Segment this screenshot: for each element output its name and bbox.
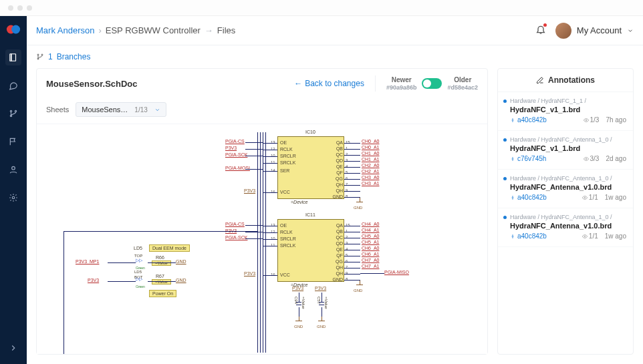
newer-label: Newer	[392, 76, 412, 84]
schematic-canvas[interactable]: IC10OE13RCLK12SRCLR10SRCLK11SER14VCC16QA…	[37, 124, 487, 354]
svg-point-11	[41, 54, 43, 55]
annotation-time: 2d ago	[606, 155, 626, 162]
back-to-changes-link[interactable]: ← Back to changes	[294, 79, 364, 88]
document-panel: MouseSensor.SchDoc ← Back to changes New…	[36, 68, 488, 355]
sheet-name: MouseSens…	[82, 106, 128, 114]
left-sidebar	[0, 16, 27, 364]
commit-icon	[510, 118, 515, 123]
svg-point-14	[512, 158, 513, 160]
git-branch-icon	[36, 53, 44, 61]
annotation-item[interactable]: Hardware / HydraNFC_Antenna_1_0 / HydraN…	[498, 170, 633, 208]
sheet-selector[interactable]: MouseSens… 1/13	[76, 102, 166, 117]
notifications-icon[interactable]	[535, 24, 546, 37]
window-chrome	[0, 0, 643, 16]
version-toggle[interactable]	[422, 78, 442, 89]
annotation-time: 1w ago	[605, 194, 626, 201]
traffic-light-icon	[8, 5, 13, 11]
chevron-down-icon	[154, 107, 160, 113]
annotation-count: 3/3	[584, 155, 600, 162]
document-title: MouseSensor.SchDoc	[46, 79, 138, 89]
annotation-hash[interactable]: a40c842b	[510, 194, 575, 201]
annotations-title: Annotations	[548, 75, 595, 85]
annotation-file: HydraNFC_v1_1.brd	[510, 106, 626, 114]
sheets-label: Sheets	[46, 106, 69, 114]
annotation-file: HydraNFC_Antenna_v1.0.brd	[510, 222, 626, 230]
annotation-count: 1/1	[582, 194, 598, 201]
sheet-count: 1/13	[134, 106, 147, 114]
svg-point-17	[584, 197, 585, 198]
account-menu[interactable]: My Account	[555, 23, 634, 39]
top-bar: Mark Anderson › ESP RGBWW Controller → F…	[27, 16, 643, 45]
annotation-count: 1/3	[584, 116, 600, 124]
annotation-hash[interactable]: a40c842b	[510, 116, 577, 124]
svg-point-4	[10, 110, 11, 112]
annotation-path: Hardware / HydraNFC_Antenna_1_0 /	[510, 214, 626, 220]
eye-icon	[582, 195, 588, 200]
svg-point-12	[512, 120, 513, 121]
chevron-down-icon	[627, 27, 634, 34]
commit-icon	[510, 234, 515, 239]
svg-point-18	[512, 236, 513, 237]
annotations-panel: Annotations Hardware / HydraNFC_1_1 / Hy…	[497, 68, 634, 355]
arrow-left-icon: ←	[294, 79, 302, 88]
annotation-hash[interactable]: c76v745h	[510, 155, 577, 162]
traffic-light-icon	[27, 5, 32, 11]
annotation-path: Hardware / HydraNFC_1_1 /	[510, 98, 626, 104]
commit-icon	[510, 156, 515, 162]
branches-bar: 1 Branches	[27, 45, 643, 68]
traffic-light-icon	[17, 5, 23, 11]
chat-nav-icon[interactable]	[5, 77, 21, 94]
annotation-item[interactable]: Hardware / HydraNFC_Antenna_1_0 / HydraN…	[498, 208, 633, 247]
svg-point-19	[584, 236, 585, 236]
chevron-right-icon: ›	[98, 25, 101, 35]
breadcrumb-user[interactable]: Mark Anderson	[36, 25, 94, 35]
avatar-icon	[555, 23, 571, 39]
annotation-file: HydraNFC_Antenna_v1.0.brd	[510, 183, 626, 191]
collapse-nav-icon[interactable]	[5, 340, 21, 356]
branches-link[interactable]: Branches	[57, 52, 91, 61]
svg-point-6	[15, 110, 16, 112]
user-nav-icon[interactable]	[5, 162, 21, 178]
annotation-path: Hardware / HydraNFC_Antenna_1_0 /	[510, 136, 626, 143]
commit-icon	[510, 195, 515, 200]
back-label: Back to changes	[305, 79, 364, 88]
svg-point-13	[586, 120, 586, 120]
breadcrumb-page: Files	[217, 25, 235, 35]
svg-point-1	[11, 25, 20, 34]
svg-point-8	[12, 196, 15, 199]
annotation-hash[interactable]: a40c842b	[510, 232, 575, 240]
flag-nav-icon[interactable]	[5, 134, 21, 150]
arrow-right-icon: →	[205, 25, 213, 35]
svg-point-15	[586, 158, 586, 159]
edit-icon	[536, 76, 544, 84]
annotation-path: Hardware / HydraNFC_Antenna_1_0 /	[510, 175, 626, 182]
settings-nav-icon[interactable]	[5, 190, 21, 206]
older-hash: #d58e4ac2	[447, 84, 478, 92]
annotation-time: 1w ago	[605, 232, 626, 240]
annotation-count: 1/1	[582, 232, 598, 240]
annotation-item[interactable]: Hardware / HydraNFC_1_1 / HydraNFC_v1_1.…	[498, 92, 633, 131]
branches-count: 1	[48, 52, 53, 61]
eye-icon	[584, 118, 589, 123]
annotation-file: HydraNFC_v1_1.brd	[510, 144, 626, 152]
version-compare: Newer #90a9a86b Older #d58e4ac2	[386, 76, 478, 92]
breadcrumb-project[interactable]: ESP RGBWW Controller	[106, 25, 201, 35]
svg-point-7	[12, 166, 15, 170]
eye-icon	[582, 234, 588, 239]
files-nav-icon[interactable]	[5, 49, 21, 65]
annotation-time: 7h ago	[606, 116, 626, 124]
account-label: My Account	[577, 25, 622, 35]
app-logo-icon[interactable]	[5, 21, 21, 37]
annotation-item[interactable]: Hardware / HydraNFC_Antenna_1_0 / HydraN…	[498, 131, 633, 170]
eye-icon	[584, 156, 589, 162]
svg-point-9	[37, 54, 39, 55]
older-label: Older	[454, 76, 471, 84]
svg-point-16	[512, 197, 513, 198]
newer-hash: #90a9a86b	[386, 84, 417, 92]
branch-nav-icon[interactable]	[5, 106, 21, 122]
